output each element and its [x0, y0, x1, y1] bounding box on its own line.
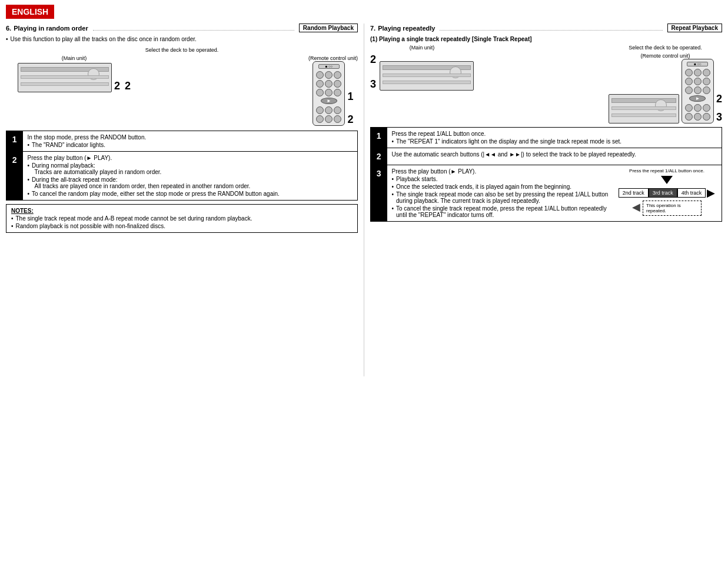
step3-side-diagram: Press the repeat 1/ALL button once. 2nd …	[617, 168, 717, 218]
main-unit-drawing-right	[380, 61, 474, 91]
step-r3-sub4: To cancel the single track repeat mode, …	[392, 205, 613, 218]
main-unit-drawing-right2	[609, 94, 679, 123]
remote-btn[interactable]	[685, 113, 693, 121]
step2-badge-main1: 2	[114, 80, 120, 92]
repeat-row: ◀ This operation is repeated.	[632, 201, 702, 216]
remote-btn[interactable]	[334, 115, 341, 123]
remote-btn[interactable]	[325, 71, 333, 79]
remote-label-left: (Remote control unit)	[308, 55, 358, 61]
remote-big-btn-right[interactable]: ►	[689, 95, 706, 102]
left-diagram-area: Select the deck to be operated. (Main un…	[6, 47, 358, 126]
remote-btn[interactable]	[685, 69, 693, 76]
remote-btn[interactable]	[685, 78, 693, 85]
remote-btn[interactable]	[703, 69, 710, 76]
remote-btn[interactable]	[685, 104, 693, 112]
main-unit-drawing-left	[18, 63, 112, 92]
remote-btn[interactable]	[325, 115, 333, 123]
step-content-1: In the stop mode, press the RANDOM butto…	[23, 131, 358, 152]
step3-remote-badge: 3	[716, 111, 722, 123]
remote-btns-mid-left	[316, 89, 341, 96]
step2-main-text: Press the play button (► PLAY).	[28, 155, 353, 161]
remote-btn[interactable]	[334, 80, 341, 88]
select-deck-label-right: Select the deck to be operated.	[629, 45, 702, 51]
remote-btn[interactable]	[316, 80, 324, 88]
remote-btn[interactable]	[334, 71, 341, 79]
step3-text-col: Press the play button (► PLAY). Playback…	[392, 168, 613, 218]
step-num-1: 1	[6, 131, 23, 152]
remote-btn[interactable]	[703, 113, 710, 121]
remote-screen-right: ■ ○○	[687, 62, 708, 66]
step-r2-main: Use the automatic search buttons (|◄◄ an…	[392, 151, 717, 158]
remote-btn[interactable]	[325, 106, 333, 114]
random-playback-badge: Random Playback	[299, 24, 358, 32]
remote-btn[interactable]	[694, 69, 702, 76]
step-content-r3: Press the play button (► PLAY). Playback…	[387, 165, 722, 222]
step-row-r3: 3 Press the play button (► PLAY). Playba…	[371, 165, 722, 222]
remote-btn[interactable]	[703, 86, 710, 94]
right-section: 7. Playing repeatedly Repeat Playback (1…	[370, 24, 722, 376]
remote-screen-left: ■ ○○	[318, 64, 340, 69]
step2-sub-3: To cancel the random play mode, either s…	[28, 191, 353, 197]
left-section-number: 6.	[6, 25, 11, 32]
track-3rd: 3rd track	[649, 188, 677, 198]
repeat-playback-badge: Repeat Playback	[667, 24, 723, 32]
select-deck-label-left: Select the deck to be operated.	[145, 47, 219, 53]
title-dots-right	[440, 26, 662, 31]
remote-btn[interactable]	[316, 71, 324, 79]
remote-drawing-right: ■ ○○	[682, 59, 714, 123]
step-r1-sub1: The "REPEAT 1" indicators light on the d…	[392, 138, 717, 145]
right-diagram-area: (Main unit) 2 3 Selec	[370, 45, 722, 123]
step2-badge-main2: 2	[125, 80, 131, 92]
remote-btn[interactable]	[685, 86, 693, 94]
intro-bullet-left: Use this function to play all the tracks…	[6, 36, 358, 42]
title-dots-left	[93, 26, 294, 31]
step-r1-main: Press the repeat 1/ALL button once.	[392, 131, 717, 137]
step-row-r2: 2 Use the automatic search buttons (|◄◄ …	[371, 148, 722, 165]
steps-table-left: 1 In the stop mode, press the RANDOM but…	[6, 131, 358, 201]
track-4th: 4th track	[677, 188, 706, 198]
step3-left: 3	[370, 78, 376, 91]
step1-badge-remote: 1	[347, 91, 353, 103]
remote-btn[interactable]	[316, 89, 324, 96]
remote-btn[interactable]	[703, 78, 710, 85]
remote-btn[interactable]	[334, 106, 341, 114]
remote-btns-top-right	[685, 69, 710, 85]
step-num-2: 2	[6, 152, 23, 201]
remote-btn[interactable]	[694, 78, 702, 85]
right-section-number: 7.	[370, 25, 375, 32]
remote-btn[interactable]	[325, 89, 333, 96]
step-content-2: Press the play button (► PLAY). During n…	[23, 152, 358, 201]
right-section-title: Playing repeatedly	[378, 25, 435, 32]
remote-btn[interactable]	[316, 106, 324, 114]
remote-btn[interactable]	[694, 104, 702, 112]
english-header: ENGLISH	[6, 5, 54, 19]
step-content-r1: Press the repeat 1/ALL button once. The …	[387, 128, 722, 148]
remote-btn[interactable]	[325, 80, 333, 88]
step-row-2: 2 Press the play button (► PLAY). During…	[6, 152, 358, 201]
remote-btn[interactable]	[334, 89, 341, 96]
step2-sub-1: During normal playback:	[28, 162, 353, 169]
step2-left: 2	[370, 54, 376, 66]
press-label: Press the repeat 1/ALL button once.	[629, 168, 704, 173]
arrow-down-icon	[661, 176, 673, 184]
remote-big-btn-left[interactable]: ►	[321, 98, 337, 104]
remote-btns-mid-right	[685, 86, 710, 94]
steps-table-right: 1 Press the repeat 1/ALL button once. Th…	[370, 127, 722, 222]
left-section: 6. Playing in random order Random Playba…	[6, 24, 358, 376]
step-content-r2: Use the automatic search buttons (|◄◄ an…	[387, 148, 722, 165]
note-2: Random playback is not possible with non…	[11, 223, 353, 229]
step2-sub-2: During the all-track repeat mode:	[28, 176, 353, 183]
step-r3-sub3: The single track repeat mode can also be…	[392, 191, 613, 204]
step-r3-sub1: Playback starts.	[392, 176, 613, 182]
section-title-row-right: 7. Playing repeatedly Repeat Playback	[370, 24, 722, 32]
step-r3-main: Press the play button (► PLAY).	[392, 168, 613, 175]
remote-btn[interactable]	[694, 113, 702, 121]
step2-badge-remote: 2	[347, 113, 353, 126]
remote-btn[interactable]	[703, 104, 710, 112]
section-divider	[364, 24, 364, 376]
step-num-r3: 3	[371, 165, 387, 222]
step-num-r2: 2	[371, 148, 387, 165]
remote-btn[interactable]	[316, 115, 324, 123]
remote-btn[interactable]	[694, 86, 702, 94]
remote-btns-bot-left	[316, 106, 341, 123]
